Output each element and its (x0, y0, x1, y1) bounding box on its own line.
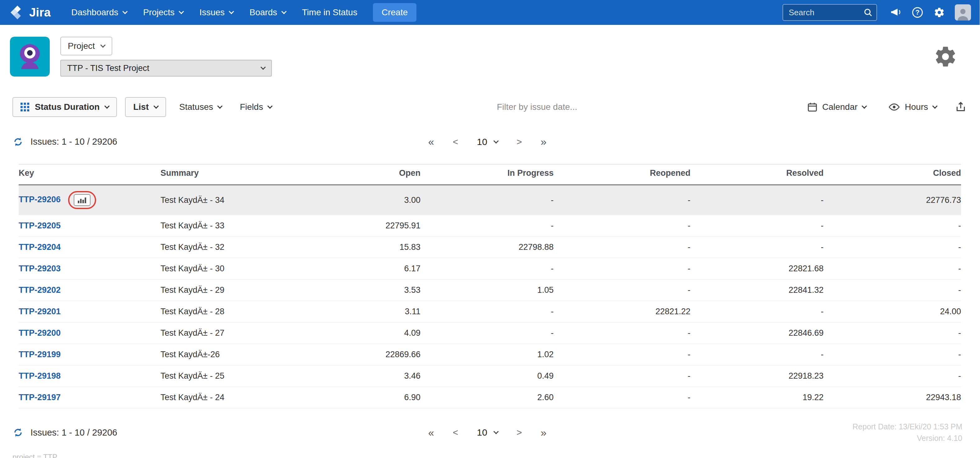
duration-reopened-cell: 22821.22 (554, 301, 690, 322)
chevron-down-icon (261, 65, 266, 70)
first-page-button[interactable]: « (428, 426, 434, 439)
nav-dashboards[interactable]: Dashboards (63, 8, 135, 18)
page-size-select[interactable]: 10 (477, 137, 498, 147)
duration-resolved-cell: - (690, 236, 824, 258)
report-settings-gear-icon[interactable] (934, 45, 957, 69)
duration-in-progress-cell: - (420, 301, 554, 322)
bar-chart-icon (78, 197, 87, 203)
duration-reopened-cell: - (554, 258, 690, 279)
duration-open-cell: 4.09 (327, 322, 420, 344)
page: Jira Dashboards Projects Issues Boards T… (0, 0, 980, 458)
issue-key-link[interactable]: TTP-29202 (19, 285, 60, 295)
issue-key-link[interactable]: TTP-29206 (19, 195, 60, 204)
duration-resolved-cell: - (690, 185, 824, 215)
nav-issues[interactable]: Issues (191, 8, 241, 18)
hours-dropdown[interactable]: Hours (884, 98, 942, 116)
duration-closed-cell: 22776.73 (824, 185, 961, 215)
nav-issues-label: Issues (199, 8, 224, 18)
table-row: TTP-29202Test KaydÄ± - 293.531.05-22841.… (19, 279, 961, 301)
refresh-button[interactable] (13, 427, 24, 438)
jira-mark-icon (10, 5, 25, 20)
fields-dropdown[interactable]: Fields (235, 98, 277, 116)
megaphone-icon (890, 8, 901, 17)
issue-summary: Test KaydÄ± - 28 (161, 301, 327, 322)
prev-page-button[interactable]: < (453, 137, 458, 147)
search-input[interactable] (783, 4, 877, 21)
duration-in-progress-cell: - (420, 215, 554, 236)
col-header-open: Open (327, 164, 420, 185)
issue-key-link[interactable]: TTP-29201 (19, 307, 60, 316)
report-type-button[interactable]: Status Duration (13, 97, 117, 117)
issue-key-link[interactable]: TTP-29199 (19, 350, 60, 359)
search-icon[interactable] (863, 8, 873, 17)
view-type-button[interactable]: List (125, 97, 166, 117)
gear-icon (934, 7, 945, 18)
export-icon (955, 102, 966, 112)
person-icon (955, 7, 970, 21)
next-page-button[interactable]: > (517, 427, 522, 438)
scope-dropdown-button[interactable]: Project (60, 37, 112, 55)
duration-open-cell: 3.46 (327, 365, 420, 387)
help-icon[interactable]: ? (909, 4, 926, 21)
issue-key-link[interactable]: TTP-29200 (19, 328, 60, 338)
duration-in-progress-cell: - (420, 258, 554, 279)
chevron-down-icon (493, 138, 498, 144)
duration-open-cell: 3.11 (327, 301, 420, 322)
calendar-dropdown[interactable]: Calendar (802, 98, 872, 116)
hours-label: Hours (905, 102, 928, 112)
chevron-down-icon (267, 104, 272, 109)
refresh-button[interactable] (13, 136, 24, 147)
duration-closed-cell: - (824, 215, 961, 236)
duration-closed-cell: - (824, 236, 961, 258)
project-select[interactable]: TTP - TIS Test Project (60, 60, 272, 77)
navbar-right: ? (783, 4, 971, 21)
last-page-button[interactable]: » (541, 136, 546, 148)
table-row: TTP-29201Test KaydÄ± - 283.11-22821.22-2… (19, 301, 961, 322)
grid-icon (21, 103, 29, 112)
table-row: TTP-29197Test KaydÄ± - 246.902.60-19.222… (19, 387, 961, 408)
nav-dashboards-label: Dashboards (71, 8, 118, 18)
issue-key-link[interactable]: TTP-29205 (19, 221, 60, 230)
page-size-value: 10 (477, 427, 487, 438)
next-page-button[interactable]: > (517, 137, 522, 147)
refresh-icon (13, 136, 24, 147)
nav-projects[interactable]: Projects (135, 8, 191, 18)
issue-date-filter-input[interactable] (285, 102, 789, 112)
prev-page-button[interactable]: < (453, 427, 458, 438)
duration-in-progress-cell: 1.02 (420, 344, 554, 365)
issue-key-cell: TTP-29198 (19, 365, 161, 387)
project-avatar (10, 37, 50, 77)
issue-summary: Test KaydÄ± - 24 (161, 387, 327, 408)
jira-logo[interactable]: Jira (10, 5, 51, 20)
issue-key-link[interactable]: TTP-29203 (19, 264, 60, 273)
gear-icon (934, 45, 957, 69)
chevron-down-icon (229, 9, 234, 14)
project-controls: Project TTP - TIS Test Project (60, 37, 272, 77)
issue-key-cell: TTP-29203 (19, 258, 161, 279)
feedback-megaphone-icon[interactable] (888, 4, 904, 21)
user-avatar[interactable] (955, 4, 971, 21)
issues-table: Key Summary Open In Progress Reopened Re… (19, 164, 961, 409)
nav-time-in-status[interactable]: Time in Status (294, 8, 366, 18)
issue-key-link[interactable]: TTP-29204 (19, 243, 60, 252)
issue-key-link[interactable]: TTP-29197 (19, 393, 60, 402)
nav-boards[interactable]: Boards (241, 8, 294, 18)
statuses-dropdown[interactable]: Statuses (174, 98, 227, 116)
duration-reopened-cell: - (554, 215, 690, 236)
last-page-button[interactable]: » (541, 426, 546, 439)
issue-key-link[interactable]: TTP-29198 (19, 371, 60, 381)
duration-in-progress-cell: 0.49 (420, 365, 554, 387)
first-page-button[interactable]: « (428, 136, 434, 148)
issues-bar-bottom: Issues: 1 - 10 / 29206 « < 10 > » Report… (0, 422, 980, 443)
issues-count: Issues: 1 - 10 / 29206 (30, 428, 117, 438)
create-button[interactable]: Create (373, 3, 417, 22)
settings-gear-icon[interactable] (931, 4, 947, 21)
duration-closed-cell: 24.00 (824, 301, 961, 322)
report-version: Version: 4.10 (917, 434, 962, 443)
issue-chart-button[interactable] (74, 194, 91, 206)
duration-reopened-cell: - (554, 279, 690, 301)
issue-summary: Test KaydÄ± - 25 (161, 365, 327, 387)
export-button[interactable] (954, 101, 967, 113)
issue-key-cell: TTP-29206 (19, 185, 161, 215)
page-size-select[interactable]: 10 (477, 427, 498, 438)
